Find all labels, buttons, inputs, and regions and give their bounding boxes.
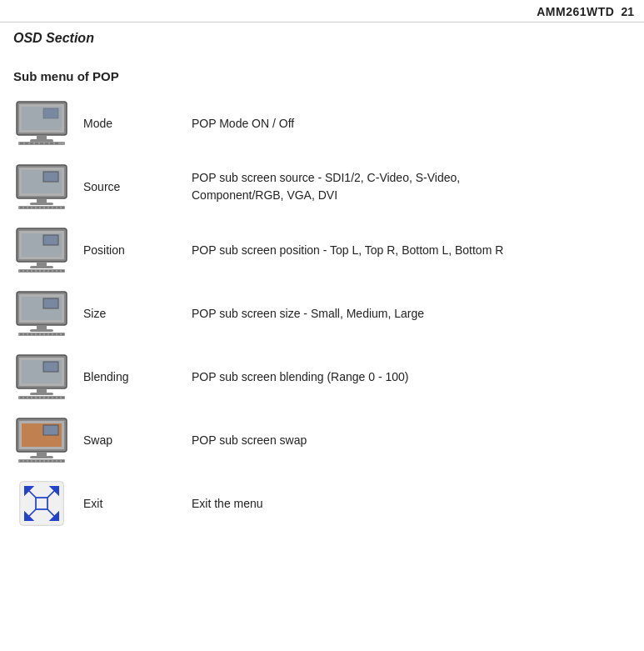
page-header: AMM261WTD 21 — [0, 0, 644, 23]
svg-rect-84 — [53, 397, 56, 398]
position-label: Position — [83, 243, 192, 257]
svg-rect-91 — [37, 452, 47, 456]
svg-rect-79 — [32, 397, 35, 398]
menu-row-position: PositionPOP sub screen position - Top L,… — [0, 218, 644, 282]
svg-rect-86 — [62, 397, 64, 398]
svg-rect-50 — [62, 270, 64, 272]
section-title: OSD Section — [0, 23, 644, 46]
menu-row-exit: ExitExit the menu — [0, 472, 644, 535]
svg-rect-13 — [50, 143, 53, 144]
svg-rect-26 — [37, 207, 39, 208]
svg-rect-90 — [43, 425, 58, 435]
size-icon[interactable] — [13, 288, 70, 338]
svg-rect-76 — [20, 397, 22, 398]
svg-rect-19 — [37, 198, 47, 203]
svg-rect-82 — [45, 397, 47, 398]
exit-label: Exit — [83, 497, 192, 510]
svg-rect-104 — [62, 460, 64, 462]
svg-rect-78 — [28, 397, 31, 398]
svg-rect-73 — [37, 388, 47, 393]
svg-rect-66 — [53, 333, 56, 335]
svg-rect-61 — [32, 333, 35, 335]
menu-row-blending: BlendingPOP sub screen blending (Range 0… — [0, 345, 644, 408]
source-description: POP sub screen source - SDI1/2, C-Video,… — [192, 169, 631, 204]
svg-rect-14 — [55, 143, 58, 144]
menu-row-swap: SwapPOP sub screen swap — [0, 408, 644, 472]
svg-rect-47 — [49, 270, 52, 272]
svg-rect-102 — [53, 460, 56, 462]
position-description: POP sub screen position - Top L, Top R, … — [192, 242, 631, 259]
svg-rect-27 — [41, 207, 43, 208]
svg-rect-95 — [24, 460, 27, 462]
svg-rect-72 — [43, 362, 58, 372]
svg-rect-96 — [28, 460, 31, 462]
menu-row-source: SourcePOP sub screen source - SDI1/2, C-… — [0, 155, 644, 218]
svg-rect-7 — [20, 143, 23, 144]
svg-rect-65 — [49, 333, 52, 335]
menu-row-size: SizePOP sub screen size - Small, Medium,… — [0, 282, 644, 345]
svg-rect-97 — [32, 460, 35, 462]
source-icon[interactable] — [13, 162, 70, 212]
source-label: Source — [83, 180, 192, 193]
svg-rect-20 — [30, 203, 53, 205]
position-icon[interactable] — [13, 225, 70, 275]
menu-row-mode: ModePOP Mode ON / Off — [0, 92, 644, 155]
svg-rect-80 — [37, 397, 39, 398]
blending-icon[interactable] — [13, 352, 70, 402]
mode-icon[interactable] — [13, 98, 70, 148]
svg-rect-9 — [30, 143, 33, 144]
svg-rect-77 — [24, 397, 27, 398]
svg-rect-98 — [37, 460, 39, 462]
svg-rect-24 — [28, 207, 31, 208]
svg-rect-100 — [45, 460, 47, 462]
size-label: Size — [83, 307, 192, 320]
swap-label: Swap — [83, 433, 192, 447]
svg-rect-49 — [57, 270, 60, 272]
submenu-title: Sub menu of POP — [0, 46, 644, 92]
svg-rect-94 — [20, 460, 22, 462]
svg-rect-41 — [24, 270, 27, 272]
svg-rect-29 — [49, 207, 52, 208]
svg-rect-30 — [53, 207, 56, 208]
svg-rect-12 — [45, 143, 48, 144]
svg-rect-23 — [24, 207, 27, 208]
svg-rect-68 — [62, 333, 64, 335]
svg-rect-60 — [28, 333, 31, 335]
svg-rect-38 — [30, 266, 53, 268]
swap-icon[interactable] — [13, 415, 70, 465]
exit-icon[interactable] — [13, 478, 70, 528]
svg-rect-37 — [37, 262, 47, 266]
page-number: 21 — [621, 5, 634, 18]
svg-rect-64 — [45, 333, 47, 335]
svg-rect-59 — [24, 333, 27, 335]
svg-rect-103 — [57, 460, 60, 462]
svg-rect-45 — [41, 270, 43, 272]
svg-rect-56 — [30, 329, 53, 332]
svg-rect-8 — [25, 143, 28, 144]
menu-container: ModePOP Mode ON / Off SourcePOP sub scre… — [0, 92, 644, 535]
svg-rect-58 — [20, 333, 22, 335]
svg-rect-99 — [41, 460, 43, 462]
svg-rect-32 — [62, 207, 64, 208]
svg-rect-11 — [40, 143, 43, 144]
svg-rect-42 — [28, 270, 31, 272]
svg-rect-44 — [37, 270, 39, 272]
size-description: POP sub screen size - Small, Medium, Lar… — [192, 305, 631, 323]
svg-rect-31 — [57, 207, 60, 208]
svg-rect-62 — [37, 333, 39, 335]
mode-description: POP Mode ON / Off — [192, 115, 631, 133]
svg-rect-92 — [30, 456, 53, 458]
exit-description: Exit the menu — [192, 495, 631, 513]
svg-rect-81 — [41, 397, 43, 398]
svg-rect-63 — [41, 333, 43, 335]
svg-rect-18 — [43, 172, 58, 182]
blending-description: POP sub screen blending (Range 0 - 100) — [192, 368, 631, 386]
svg-rect-40 — [20, 270, 22, 272]
svg-rect-54 — [43, 298, 58, 308]
svg-rect-25 — [32, 207, 35, 208]
document-title: AMM261WTD — [537, 5, 614, 18]
svg-rect-22 — [20, 207, 22, 208]
svg-rect-67 — [57, 333, 60, 335]
blending-label: Blending — [83, 370, 192, 383]
svg-rect-55 — [37, 325, 47, 329]
